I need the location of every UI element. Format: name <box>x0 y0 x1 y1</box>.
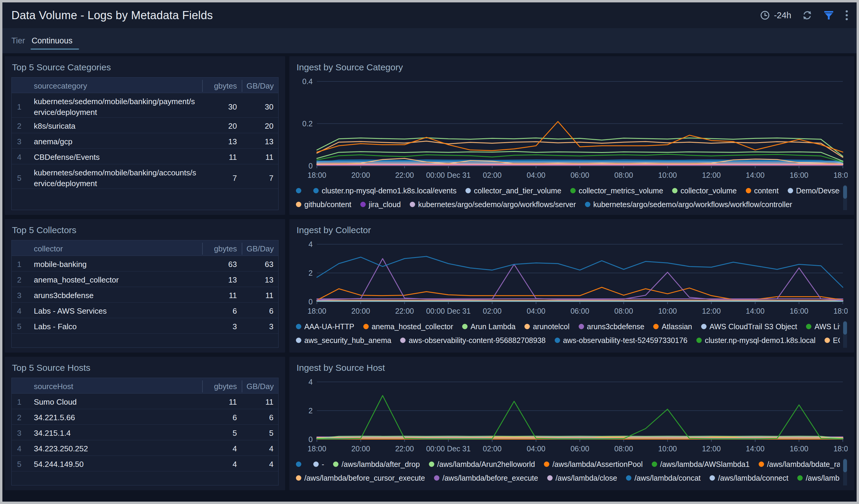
series-line[interactable] <box>317 287 843 300</box>
row-rank: 5 <box>12 456 29 473</box>
legend-scrollbar-thumb[interactable] <box>843 321 847 335</box>
legend-item[interactable]: aws_security_hub_anema <box>296 336 391 345</box>
legend-item[interactable]: github/content <box>296 200 351 209</box>
panel-title: Top 5 Source Categories <box>12 62 278 73</box>
column-header[interactable]: sourcecategory <box>29 78 202 94</box>
collector-chart[interactable]: 02418:0020:0022:0000:00 Dec 3102:0004:00… <box>296 240 848 318</box>
legend-item[interactable]: anema_hosted_collector <box>363 322 453 331</box>
panel-ingest-by-source-host: Ingest by Source Host 02418:0020:0022:00… <box>289 357 854 490</box>
legend-scrollbar-thumb[interactable] <box>843 186 847 199</box>
legend-item[interactable]: cluster.np-mysql-demo1.k8s.local/events <box>313 187 456 195</box>
panel-top5-source-hosts: Top 5 Source Hosts sourceHostgbytesGB/Da… <box>5 357 285 490</box>
row-gb-day: 3 <box>242 318 278 335</box>
legend-item[interactable]: collector_volume <box>672 187 737 195</box>
legend-item[interactable]: /aws/lambda/AWSlambda1 <box>652 460 750 469</box>
column-header[interactable]: gbytes <box>202 378 242 395</box>
series-line[interactable] <box>317 258 843 300</box>
legend-item[interactable]: Demo/Devsecops/Nginx <box>788 187 840 195</box>
table-row[interactable]: 3aruns3cbdefense1111 <box>12 287 278 303</box>
legend-label: /aws/lambda/Arun2helloworld <box>437 460 535 469</box>
table-row[interactable]: 5kubernetes/sedemo/mobile/banking/accoun… <box>12 164 278 189</box>
table-row[interactable]: 3anema/gcp1313 <box>12 133 278 149</box>
legend-item[interactable]: AAA-UA-HTTP <box>296 322 354 331</box>
row-name: k8s/suricata <box>29 117 202 135</box>
legend-item[interactable]: EC2AMAZ-UIF5MB6 <box>825 336 840 345</box>
page-title: Data Volume - Logs by Metadata Fields <box>11 9 213 22</box>
legend-dot-icon <box>296 324 301 329</box>
legend-scrollbar[interactable] <box>843 458 847 486</box>
legend-item[interactable]: /aws/lambda/after_drop <box>333 460 420 469</box>
legend-item[interactable]: arunotelcol <box>525 322 569 331</box>
table-row[interactable]: 234.221.5.6666 <box>12 409 278 425</box>
column-header[interactable]: collector <box>29 240 202 257</box>
legend-item[interactable]: /aws/lambda/before_cursor_execute <box>296 474 425 483</box>
legend-item[interactable]: collector_metrics_volume <box>570 187 663 195</box>
x-axis-tick-label: 08:00 <box>614 171 633 179</box>
table-row[interactable]: 4Labs - AWS Services66 <box>12 303 278 318</box>
row-name: CBDefense/Events <box>29 149 202 166</box>
legend-item[interactable]: jira_cloud <box>360 200 401 209</box>
legend-item[interactable]: Arun Lambda <box>462 322 515 331</box>
row-name: anema/gcp <box>29 133 202 150</box>
legend-dot-icon <box>296 188 301 193</box>
kebab-menu-button[interactable] <box>845 9 849 21</box>
legend-scrollbar[interactable] <box>843 321 847 348</box>
legend-dot-icon <box>400 337 406 343</box>
column-header[interactable]: sourceHost <box>29 378 202 395</box>
legend-item[interactable]: /aws/lambda/connect <box>710 474 788 483</box>
column-header[interactable]: GB/Day <box>242 78 278 94</box>
legend-item[interactable] <box>296 461 304 467</box>
refresh-button[interactable] <box>801 10 813 21</box>
legend-item[interactable]: /aws/lambda/concat <box>626 474 700 483</box>
table-row[interactable]: 2k8s/suricata2020 <box>12 117 278 133</box>
column-header[interactable]: gbytes <box>202 78 242 94</box>
column-header[interactable]: GB/Day <box>242 378 278 395</box>
table-row[interactable]: 1mobile-banking6363 <box>12 256 278 271</box>
column-header[interactable]: GB/Day <box>242 240 278 257</box>
table-row[interactable]: 1kubernetes/sedemo/mobile/banking/paymen… <box>12 93 278 117</box>
table-row[interactable]: 1Sumo Cloud1111 <box>12 394 278 409</box>
column-header[interactable]: gbytes <box>202 240 242 257</box>
legend-item[interactable]: Atlassian <box>653 322 692 331</box>
legend-item[interactable]: cluster.np-mysql-demo1.k8s.local <box>696 336 816 345</box>
legend-scrollbar[interactable] <box>843 185 847 210</box>
table-row[interactable]: 554.244.149.5044 <box>12 456 278 471</box>
legend-item[interactable]: collector_and_tier_volume <box>465 187 561 195</box>
legend-item[interactable]: kubernetes/argo/sedemo/argo/workflows/wo… <box>585 200 792 209</box>
chart-wrap: 02418:0020:0022:0000:00 Dec 3102:0004:00… <box>296 378 848 486</box>
filter-button[interactable] <box>823 10 834 21</box>
source-category-chart[interactable]: 00.20.418:0020:0022:0000:00 Dec 3102:000… <box>296 77 848 183</box>
chart-wrap: 02418:0020:0022:0000:00 Dec 3102:0004:00… <box>296 240 848 348</box>
legend-item[interactable]: /aws/lambda/before_execute <box>434 474 538 483</box>
series-line[interactable] <box>317 122 843 152</box>
table-row[interactable]: 2anema_hosted_collector1313 <box>12 271 278 287</box>
legend-item[interactable]: /aws/lambda/create_engine <box>797 474 840 483</box>
legend-scrollbar-thumb[interactable] <box>843 459 847 472</box>
legend-item[interactable]: - <box>313 460 324 469</box>
time-range-control[interactable]: -24h <box>759 10 791 21</box>
x-axis-tick-label: 18:00 <box>307 444 327 453</box>
legend-item[interactable] <box>296 188 304 193</box>
legend-item[interactable]: /aws/lambda/bdate_range <box>759 460 840 469</box>
tab-continuous[interactable]: Continuous <box>31 30 74 51</box>
source-host-chart[interactable]: 02418:0020:0022:0000:00 Dec 3102:0004:00… <box>296 378 848 456</box>
table-row[interactable]: 5Labs - Falco33 <box>12 318 278 334</box>
table-empty-row <box>12 471 278 486</box>
legend-item[interactable]: AWS CloudTrail S3 Object <box>701 322 797 331</box>
legend-item[interactable]: content <box>746 187 779 195</box>
table-row[interactable]: 4CBDefense/Events1111 <box>12 149 278 164</box>
panel-ingest-by-collector: Ingest by Collector 02418:0020:0022:0000… <box>289 219 854 352</box>
legend-dot-icon <box>585 202 590 207</box>
legend-item[interactable]: /aws/lambda/Arun2helloworld <box>429 460 535 469</box>
x-axis-tick-label: 14:00 <box>746 307 765 315</box>
legend-item[interactable]: AWS Live <box>806 322 840 331</box>
table-row[interactable]: 334.215.1.455 <box>12 425 278 440</box>
legend-item[interactable]: aruns3cbdefense <box>579 322 645 331</box>
legend-item[interactable]: /aws/lambda/close <box>547 474 617 483</box>
legend-item[interactable]: aws-observability-test-524597330176 <box>555 336 688 345</box>
series-line[interactable] <box>317 396 843 439</box>
legend-item[interactable]: /aws/lambda/AssertionPool <box>544 460 643 469</box>
legend-item[interactable]: kubernetes/argo/sedemo/argo/workflows/se… <box>410 200 576 209</box>
table-row[interactable]: 434.223.250.25244 <box>12 440 278 456</box>
legend-item[interactable]: aws-observability-content-956882708938 <box>400 336 545 345</box>
